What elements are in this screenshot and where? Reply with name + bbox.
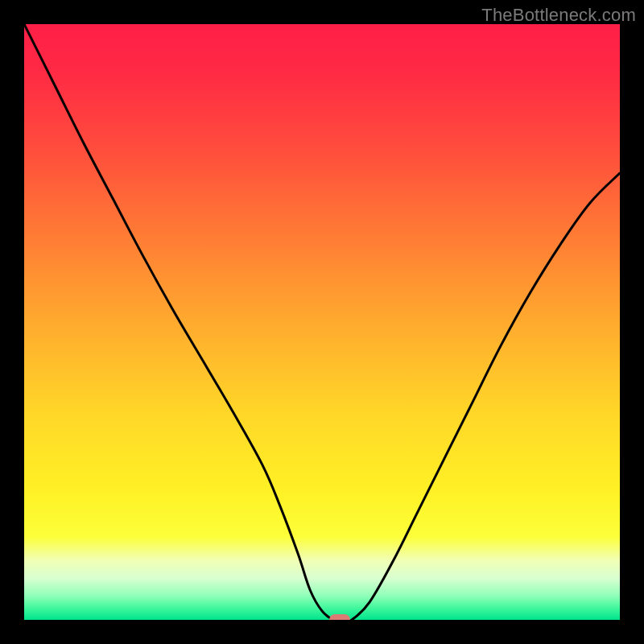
watermark-text: TheBottleneck.com xyxy=(481,5,636,26)
optimal-marker xyxy=(329,614,350,620)
chart-frame: TheBottleneck.com xyxy=(0,0,644,644)
bottleneck-curve xyxy=(24,24,620,620)
plot-area xyxy=(24,24,620,620)
